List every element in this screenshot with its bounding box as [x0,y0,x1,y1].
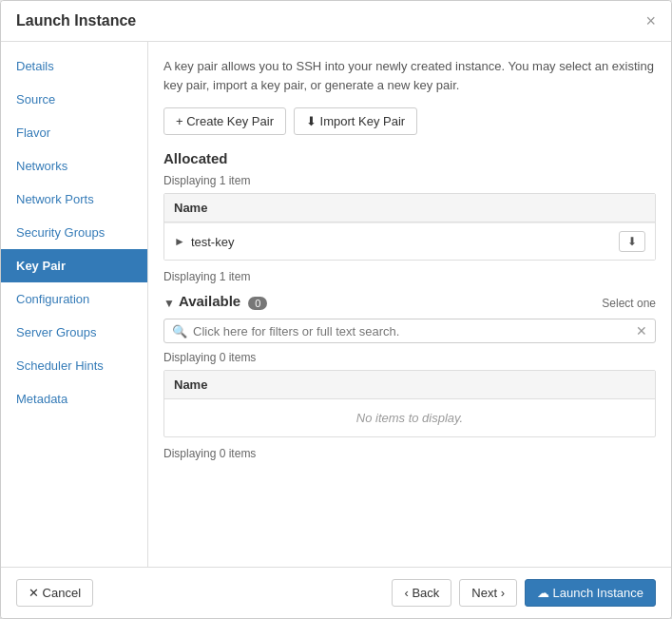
available-table-header: Name [164,371,655,399]
sidebar-item-security-groups[interactable]: Security Groups [1,216,147,249]
no-items-text: No items to display. [164,399,655,436]
key-pair-description: A key pair allows you to SSH into your n… [163,57,656,94]
available-displaying-top: Displaying 0 items [163,351,656,364]
launch-instance-modal: Launch Instance × Details Source Flavor … [0,0,672,619]
table-row: ► test-key ⬇ [164,222,655,260]
chevron-down-icon: ▼ [163,297,175,310]
modal-header: Launch Instance × [1,1,671,42]
available-displaying-bottom: Displaying 0 items [163,447,656,460]
close-button[interactable]: × [645,12,656,29]
available-header: ▼ Available 0 Select one [163,293,656,313]
sidebar-item-server-groups[interactable]: Server Groups [1,316,147,349]
allocated-displaying-top: Displaying 1 item [163,174,656,187]
allocated-table-header: Name [164,194,655,222]
sidebar-item-key-pair[interactable]: Key Pair [1,249,147,282]
sidebar-item-flavor[interactable]: Flavor [1,116,147,149]
sidebar: Details Source Flavor Networks Network P… [1,42,148,567]
select-one-text: Select one [602,297,656,310]
footer-right: ‹ Back Next › ☁ Launch Instance [392,579,656,607]
modal-footer: ✕ Cancel ‹ Back Next › ☁ Launch Instance [1,567,671,618]
key-pair-actions: + Create Key Pair ⬇ Import Key Pair [163,107,656,135]
key-name: test-key [191,235,235,249]
back-button[interactable]: ‹ Back [392,579,451,607]
expand-icon[interactable]: ► [174,235,185,248]
main-content: A key pair allows you to SSH into your n… [148,42,671,567]
available-title-group: ▼ Available 0 [163,293,267,313]
sidebar-item-details[interactable]: Details [1,49,147,83]
available-badge: 0 [248,297,267,310]
row-name-group: ► test-key [174,235,234,249]
sidebar-item-configuration[interactable]: Configuration [1,282,147,316]
allocate-down-button[interactable]: ⬇ [619,231,645,252]
cancel-button[interactable]: ✕ Cancel [16,579,93,607]
allocated-displaying-bottom: Displaying 1 item [163,270,656,283]
allocated-section-title: Allocated [163,150,656,170]
available-title-text: Available [179,293,240,309]
search-input[interactable] [193,324,636,339]
modal-body: Details Source Flavor Networks Network P… [1,42,671,567]
sidebar-item-network-ports[interactable]: Network Ports [1,183,147,216]
available-table: Name No items to display. [163,370,656,437]
modal-title: Launch Instance [16,12,136,29]
sidebar-item-source[interactable]: Source [1,83,147,116]
search-icon: 🔍 [172,324,187,339]
import-key-pair-button[interactable]: ⬇ Import Key Pair [294,107,417,135]
create-key-pair-button[interactable]: + Create Key Pair [163,107,286,135]
launch-instance-button[interactable]: ☁ Launch Instance [525,579,656,607]
sidebar-item-metadata[interactable]: Metadata [1,382,147,416]
sidebar-item-scheduler-hints[interactable]: Scheduler Hints [1,349,147,382]
search-clear-icon[interactable]: ✕ [636,323,647,339]
allocated-title-text: Allocated [163,150,228,166]
next-button[interactable]: Next › [459,579,517,607]
sidebar-item-networks[interactable]: Networks [1,149,147,183]
search-box: 🔍 ✕ [163,319,656,343]
allocated-table: Name ► test-key ⬇ [163,193,656,261]
